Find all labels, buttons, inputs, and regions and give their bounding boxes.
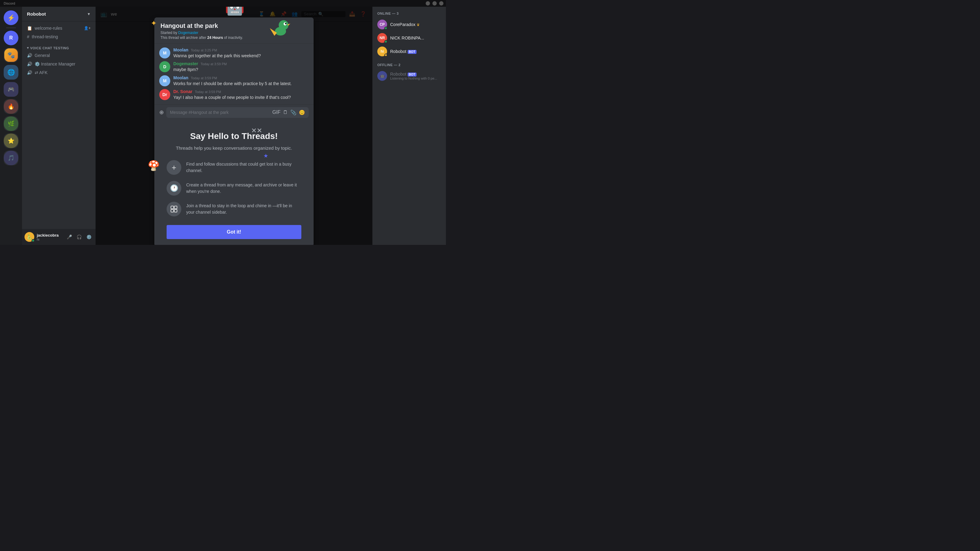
msg-timestamp-0: Today at 3:25 PM [191,48,217,52]
server-icon-7[interactable]: ⭐ [4,133,18,148]
member-hi[interactable]: hi Robobot BOT [375,45,444,58]
thread-meta: Started by Dogemaster [161,30,307,35]
server-name-label: Robobot [27,11,46,16]
feature-text-1: Create a thread from any message, and ar… [186,182,301,195]
thread-feature-2: Join a thread to stay in the loop and ch… [167,202,301,216]
svg-rect-8 [171,210,173,212]
msg-avatar-0: M [159,48,170,59]
thread-title: Hangout at the park [161,22,307,29]
online-section-title: ONLINE — 3 [375,12,444,18]
thread-message-0: M Moolan Today at 3:25 PM Wanna get toge… [159,48,309,59]
category-chevron: ▾ [27,46,29,50]
member-name-nick: NICK ROBINPA... [390,35,424,40]
got-it-button[interactable]: Got it! [167,225,301,239]
app-layout: ⚡ R 🐾 🌐 🎮 🔥 🌿 ⭐ 🎵 Robobo [0,7,446,245]
server-icon-6[interactable]: 🌿 [4,116,18,131]
channel-welcome-rules[interactable]: 📋 welcome-rules 👤+ [24,24,93,32]
svg-rect-9 [174,210,177,212]
main-content: 📺 we 🧵 🔔 📌 👥 Search 🔍 📥 ❓ ✕ ⇆ Use Quick … [95,7,372,245]
server-separator [6,27,16,28]
msg-text-1: maybe 8pm? [173,67,309,73]
user-status-text: hi [37,238,59,241]
server-2-avatar: 🐾 [4,48,18,62]
close-button[interactable]: ✕ [439,1,444,5]
settings-button[interactable]: ⚙️ [84,233,93,241]
member-coreparadox[interactable]: CP CoreParadox ♛ [375,18,444,31]
server-name-header[interactable]: Robobot ▼ [22,7,95,21]
channel-sidebar: Robobot ▼ 📋 welcome-rules 👤+ # thread-te… [22,7,95,245]
upload-button[interactable]: 📎 [290,110,296,115]
thread-message-1: D Dogemaster Today at 3:59 PM maybe 8pm? [159,61,309,73]
msg-text-0: Wanna get together at the park this week… [173,53,309,59]
server-robobot[interactable]: R [4,30,18,45]
gif-button[interactable]: GIF [272,110,280,115]
restore-button[interactable]: ❐ [433,1,437,5]
crown-icon: ♛ [417,23,420,27]
msg-username-2: Moolan [173,75,188,80]
member-avatar-hi: hi [377,46,387,56]
thread-message-3: Dr Dr. Sonar Today at 3:59 PM Yay! I als… [159,89,309,101]
server-icon-2[interactable]: 🐾 [4,48,18,62]
robobot-bot-badge: BOT [407,73,417,76]
channel-afk[interactable]: 🔊 ⇄ AFK [24,68,93,77]
sticker-button[interactable]: 🗒 [283,110,288,115]
channel-add-icon: 👤+ [84,26,91,30]
window-controls: — ❐ ✕ [426,1,444,5]
app-title: Discord [4,2,15,5]
user-info: jackiecobra hi [37,233,59,241]
rules-icon: 📋 [27,26,32,30]
channel-instance-manager[interactable]: 🔊 ⚙️ Instance Manager [24,60,93,68]
voice-afk-label: ⇄ AFK [35,70,48,75]
member-name-coreparadox: CoreParadox ♛ [390,22,420,27]
msg-text-3: Yay! I also have a couple of new people … [173,95,309,101]
channel-name-welcome: welcome-rules [35,26,62,30]
thread-input-placeholder: Message #Hangout at the park [170,110,229,115]
headphones-button[interactable]: 🎧 [75,233,83,241]
server-icon-4[interactable]: 🎮 [4,82,18,97]
threads-intro-panel: Say Hello to Threads! Threads help you k… [154,122,313,245]
member-nick[interactable]: NR NICK ROBINPA... [375,31,444,45]
user-avatar: 🐍 [24,232,34,242]
category-voice-chat[interactable]: ▾ VOICE CHAT TESTING [24,41,93,51]
server-menu-chevron: ▼ [87,12,91,16]
threads-intro-title: Say Hello to Threads! [167,131,301,141]
feature-text-0: Find and follow discussions that could g… [186,161,301,174]
bot-badge: BOT [407,50,417,54]
server-icon-3[interactable]: 🌐 [4,65,18,79]
feature-icon-2 [167,202,181,216]
members-sidebar: ONLINE — 3 CP CoreParadox ♛ NR NICK ROBI… [372,7,446,245]
category-label: VOICE CHAT TESTING [30,46,69,50]
threads-features: + Find and follow discussions that could… [167,160,301,216]
msg-timestamp-2: Today at 3:59 PM [191,76,217,80]
voice-instance-icon: 🔊 [27,62,32,67]
server-icon-5[interactable]: 🔥 [4,99,18,114]
channel-general-voice[interactable]: 🔊 General [24,51,93,60]
msg-username-0: Moolan [173,48,188,52]
emoji-button[interactable]: 😊 [299,110,305,115]
msg-text-2: Works for me! I should be done with prac… [173,81,309,87]
mute-button[interactable]: 🎤 [65,233,73,241]
channel-thread-testing[interactable]: # thread-testing [24,32,93,41]
server-icon-8[interactable]: 🎵 [4,151,18,165]
thread-modal-wrapper: ✦ ★ ✕✕ 🍄 🤖 [95,7,372,245]
channel-list: 📋 welcome-rules 👤+ # thread-testing ▾ VO… [22,21,95,229]
feature-text-2: Join a thread to stay in the loop and ch… [186,203,301,216]
thread-input-add-icon[interactable]: ⊕ [159,109,164,116]
thread-input-actions: GIF 🗒 📎 😊 [272,110,305,115]
member-status-nick [384,40,387,43]
server-robobot-letter: R [4,30,18,45]
channel-name-thread: thread-testing [32,34,58,39]
msg-timestamp-1: Today at 3:59 PM [200,62,227,66]
minimize-button[interactable]: — [426,1,430,5]
discord-home-button[interactable]: ⚡ [4,10,18,25]
thread-message-input[interactable]: Message #Hangout at the park GIF 🗒 📎 😊 [166,107,309,118]
member-avatar-coreparadox: CP [377,20,387,29]
thread-feature-0: + Find and follow discussions that could… [167,160,301,175]
msg-username-3: Dr. Sonar [173,89,192,94]
member-robobot[interactable]: 🤖 Robobot BOT Listening to Nothing with … [375,69,444,83]
threads-intro-subtitle: Threads help you keep conversations orga… [167,145,301,152]
member-status-hi [384,54,387,57]
member-status-coreparadox [384,27,387,30]
member-avatar-robobot: 🤖 [377,71,387,81]
thread-author-link[interactable]: Dogemaster [178,30,198,35]
